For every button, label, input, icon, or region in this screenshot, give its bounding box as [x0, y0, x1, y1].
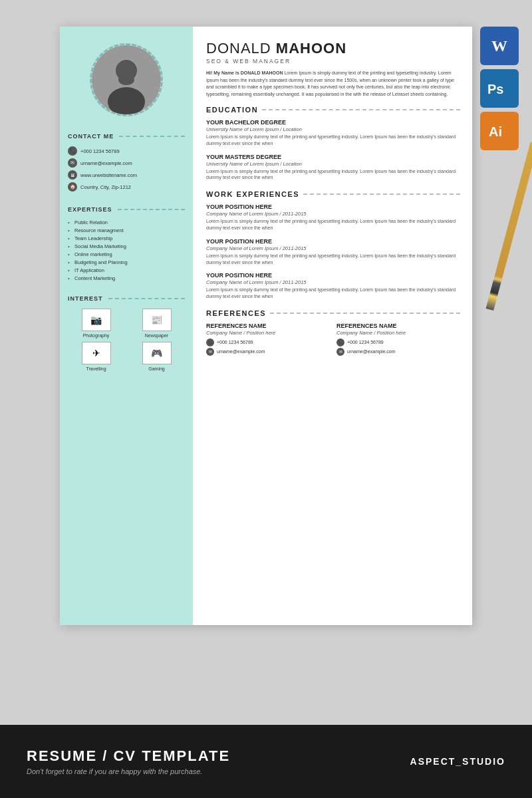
work-item: YOUR POSITION HERE Company Name of Lorem…: [206, 203, 460, 231]
person-silhouette: [92, 45, 161, 114]
education-title: EDUCATION: [206, 106, 460, 114]
work-title: WORK EXPERIENCES: [206, 190, 460, 198]
ref-phone-icon: 📞: [206, 338, 214, 346]
contact-title: CONTACT ME: [68, 133, 185, 142]
work-item: YOUR POSITION HERE Company Name of Lorem…: [206, 272, 460, 300]
name-area: DONALD MAHOON SEO & WEB MANAGER: [206, 40, 460, 65]
footer-subtitle: Don't forget to rate if you are happy wi…: [27, 767, 230, 775]
expertise-list: Public Relation Resource managment Team …: [68, 219, 185, 281]
reference-item: REFERENCES NAME Company Name / Position …: [336, 323, 460, 357]
education-item: YOUR MASTERS DEGREE University Name of L…: [206, 154, 460, 182]
contact-section: CONTACT ME 📞 +000 1234 56789 ✉ urname@ex…: [60, 126, 193, 200]
ref-phone: 📞 +000 1234 56789: [206, 338, 330, 346]
footer-brand: ASPECT_STUDIO: [410, 756, 505, 767]
main-background: W Ps Ai: [0, 0, 532, 725]
work-item: YOUR POSITION HERE Company Name of Lorem…: [206, 238, 460, 266]
travel-icon: ✈: [82, 342, 111, 364]
work-section: WORK EXPERIENCES YOUR POSITION HERE Comp…: [206, 190, 460, 300]
education-item: YOUR BACHELOR DEGREE University Name of …: [206, 119, 460, 147]
interest-newspaper: 📰 Newspaper: [128, 309, 185, 338]
footer-title: RESUME / CV TEMPLATE: [27, 747, 230, 765]
references-section: REFERENCES REFERENCES NAME Company Name …: [206, 309, 460, 364]
newspaper-icon: 📰: [142, 309, 172, 331]
intro-text: Hi! My Name is DONALD MAHOON Lorem Ipsum…: [206, 70, 460, 98]
list-item: Budgeting and Planning: [68, 259, 185, 265]
list-item: Resource managment: [68, 227, 185, 233]
footer: RESUME / CV TEMPLATE Don't forget to rat…: [0, 725, 532, 798]
contact-phone: 📞 +000 1234 56789: [68, 146, 185, 156]
word-icon: W: [480, 27, 519, 65]
profile-photo: [90, 43, 163, 116]
references-grid: REFERENCES NAME Company Name / Position …: [206, 323, 460, 364]
list-item: IT Application: [68, 267, 185, 273]
full-name: DONALD MAHOON: [206, 40, 460, 57]
list-item: Online marketing: [68, 251, 185, 257]
expertise-section: EXPERTISES Public Relation Resource mana…: [60, 200, 193, 289]
footer-left: RESUME / CV TEMPLATE Don't forget to rat…: [27, 747, 230, 775]
interest-photography: 📷 Photography: [68, 309, 124, 338]
list-item: Team Leadership: [68, 235, 185, 241]
phone-icon: 📞: [68, 146, 77, 156]
software-icons-panel: W Ps Ai: [480, 27, 519, 150]
ref-email: ✉ urname@example.com: [336, 348, 460, 356]
email-icon: ✉: [68, 158, 77, 168]
ref-phone-icon: 📞: [336, 338, 344, 346]
interest-grid: 📷 Photography 📰 Newspaper ✈ Travelling 🎮…: [68, 309, 185, 371]
interest-travelling: ✈ Travelling: [68, 342, 124, 371]
ref-email-icon: ✉: [336, 348, 344, 356]
photography-icon: 📷: [82, 309, 111, 331]
gaming-icon: 🎮: [142, 342, 172, 364]
ref-email-icon: ✉: [206, 348, 214, 356]
contact-address: 🏠 Country, City, Zip-1212: [68, 182, 185, 192]
interest-section: INTEREST 📷 Photography 📰 Newspaper ✈ Tra…: [60, 289, 193, 376]
reference-item: REFERENCES NAME Company Name / Position …: [206, 323, 330, 357]
address-icon: 🏠: [68, 182, 77, 192]
interest-gaming: 🎮 Gaming: [128, 342, 185, 371]
svg-point-6: [118, 74, 134, 85]
contact-web: 🖥 www.urwebsitename.com: [68, 170, 185, 180]
svg-text:W: W: [491, 37, 507, 55]
resume-card: CONTACT ME 📞 +000 1234 56789 ✉ urname@ex…: [60, 27, 472, 625]
svg-text:Ps: Ps: [487, 82, 503, 96]
job-title: SEO & WEB MANAGER: [206, 58, 460, 65]
expertise-title: EXPERTISES: [68, 206, 185, 215]
contact-email: ✉ urname@example.com: [68, 158, 185, 168]
photo-area: [60, 27, 193, 126]
references-title: REFERENCES: [206, 309, 460, 317]
interest-title: INTEREST: [68, 295, 185, 305]
list-item: Social Media Marketing: [68, 243, 185, 249]
main-content: DONALD MAHOON SEO & WEB MANAGER Hi! My N…: [193, 27, 472, 625]
education-section: EDUCATION YOUR BACHELOR DEGREE Universit…: [206, 106, 460, 181]
ref-email: ✉ urname@example.com: [206, 348, 330, 356]
ref-phone: 📞 +000 1234 56789: [336, 338, 460, 346]
sidebar: CONTACT ME 📞 +000 1234 56789 ✉ urname@ex…: [60, 27, 193, 625]
pencil-decoration: [499, 133, 525, 319]
photoshop-icon: Ps: [480, 69, 519, 108]
list-item: Content Marketing: [68, 275, 185, 281]
list-item: Public Relation: [68, 219, 185, 225]
web-icon: 🖥: [68, 170, 77, 180]
